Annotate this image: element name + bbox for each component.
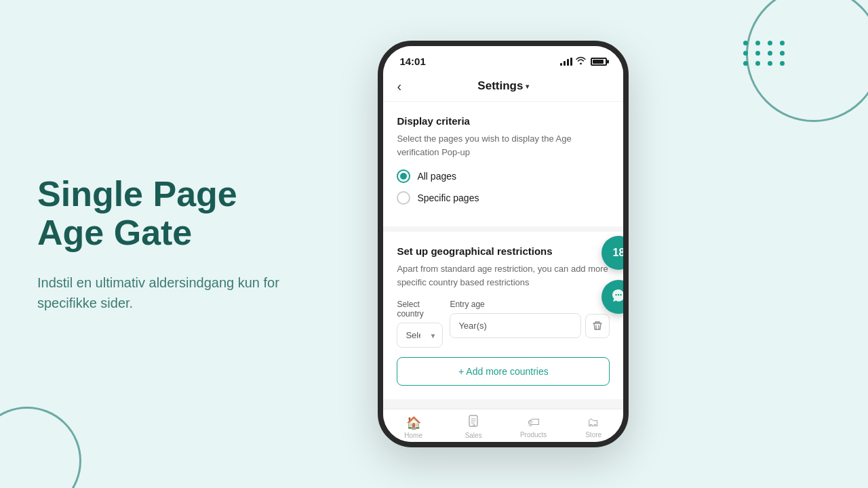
wifi-icon <box>576 56 586 66</box>
phone-content: Display criteria Select the pages you wi… <box>383 102 623 409</box>
add-more-countries-button[interactable]: + Add more countries <box>397 357 610 386</box>
products-label: Products <box>520 431 547 439</box>
battery-icon <box>591 58 607 66</box>
bottom-nav: 🏠 Home Sales 🏷 Products 🗂 St <box>383 409 623 442</box>
entry-age-group: Entry age <box>450 300 610 338</box>
bottom-nav-sales[interactable]: Sales <box>443 415 504 439</box>
country-row: Select country Select Countries ▼ Entry … <box>397 300 610 348</box>
radio-all-pages[interactable]: All pages <box>397 169 610 183</box>
select-country-label: Select country <box>397 300 443 319</box>
left-section: Single Page Age Gate Indstil en ultimati… <box>0 0 393 488</box>
radio-specific-pages[interactable]: Specific pages <box>397 191 610 205</box>
radio-all-pages-label: All pages <box>417 171 456 182</box>
bg-dots-decoration <box>743 41 787 66</box>
subtitle: Indstil en ultimativ aldersindgang kun f… <box>37 272 336 313</box>
store-icon: 🗂 <box>587 415 599 430</box>
svg-point-3 <box>620 293 622 295</box>
bottom-nav-products[interactable]: 🏷 Products <box>503 415 564 439</box>
bottom-nav-home[interactable]: 🏠 Home <box>383 415 443 439</box>
radio-specific-pages-circle <box>397 191 410 205</box>
home-icon: 🏠 <box>406 415 421 430</box>
back-button[interactable]: ‹ <box>397 79 401 94</box>
select-country-group: Select country Select Countries ▼ <box>397 300 443 348</box>
phone-mockup: 14:01 <box>378 41 629 447</box>
display-criteria-title: Display criteria <box>397 115 610 127</box>
sales-icon <box>467 415 479 430</box>
age-row <box>450 313 610 338</box>
float-badge: 2 <box>626 233 629 245</box>
sales-label: Sales <box>465 432 482 439</box>
svg-point-1 <box>616 293 617 295</box>
geo-restrictions-title: Set up geographical restrictions <box>397 245 610 257</box>
status-bar: 14:01 <box>383 46 623 73</box>
products-icon: 🏷 <box>528 415 540 430</box>
chat-icon <box>611 288 626 306</box>
display-criteria-section: Display criteria Select the pages you wi… <box>383 102 623 226</box>
entry-age-input[interactable] <box>450 313 581 338</box>
radio-specific-pages-label: Specific pages <box>417 192 479 203</box>
entry-age-label: Entry age <box>450 300 610 309</box>
bottom-nav-store[interactable]: 🗂 Store <box>564 415 624 439</box>
nav-title: Settings ▾ <box>477 79 529 93</box>
status-time: 14:01 <box>399 56 425 67</box>
store-label: Store <box>585 431 601 439</box>
signal-icon <box>560 58 572 66</box>
home-label: Home <box>404 432 422 439</box>
svg-point-2 <box>618 293 619 295</box>
status-icons <box>560 56 607 66</box>
select-countries-dropdown[interactable]: Select Countries <box>397 323 443 348</box>
geo-restrictions-desc: Apart from standard age restriction, you… <box>397 262 610 289</box>
delete-country-button[interactable] <box>585 314 610 338</box>
select-countries-wrapper: Select Countries ▼ <box>397 323 443 348</box>
phone-container: 14:01 <box>378 41 629 447</box>
radio-all-pages-circle <box>397 169 410 183</box>
nav-dropdown-icon[interactable]: ▾ <box>526 83 529 90</box>
display-criteria-desc: Select the pages you wish to display the… <box>397 132 610 159</box>
nav-bar: ‹ Settings ▾ <box>383 73 623 102</box>
geo-restrictions-section: Set up geographical restrictions Apart f… <box>383 232 623 399</box>
main-title: Single Page Age Gate <box>37 175 393 252</box>
